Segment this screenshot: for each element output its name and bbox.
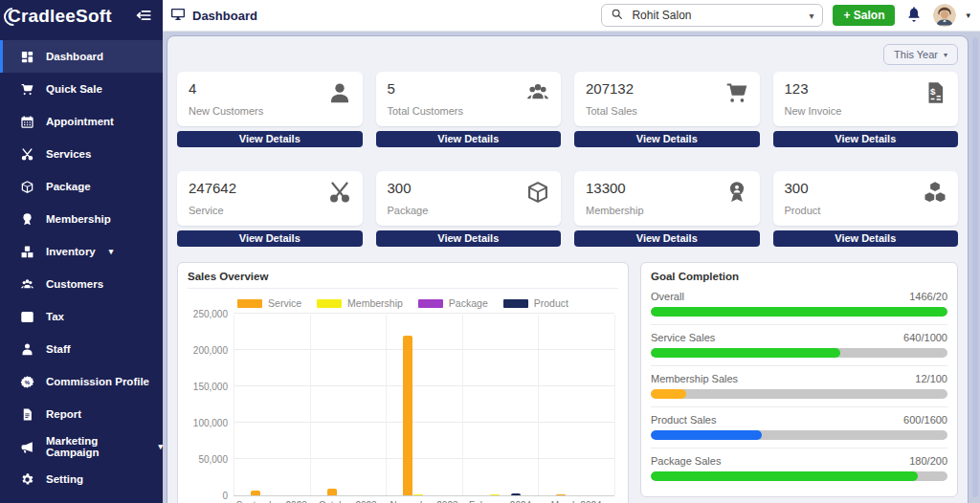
stat-card: 207132Total Sales: [574, 72, 760, 126]
sidebar-item-label: Commission Profile: [46, 376, 149, 387]
user-avatar[interactable]: [933, 4, 956, 27]
sidebar-item-label: Setting: [46, 473, 83, 485]
sidebar-item-label: Membership: [46, 213, 111, 225]
legend-swatch: [418, 299, 443, 308]
sidebar-item-tax[interactable]: Tax: [0, 300, 163, 333]
scissors-icon: [327, 180, 352, 205]
calendar-icon: [20, 115, 34, 129]
chevron-down-icon: ▾: [109, 247, 114, 256]
sidebar-item-label: Dashboard: [46, 51, 103, 62]
megaphone-icon: [20, 440, 34, 454]
sidebar-item-commission-profile[interactable]: %Commission Profile: [0, 365, 163, 398]
sidebar-item-appointment[interactable]: Appointment: [0, 105, 163, 138]
page-title-text: Dashboard: [192, 9, 257, 23]
stat-card: 4New Customers: [177, 72, 363, 126]
y-axis-tick-label: 150,000: [186, 382, 228, 392]
bell-icon[interactable]: [904, 6, 924, 25]
bottom-row: Sales Overview ServiceMembershipPackageP…: [177, 262, 958, 503]
stat-card: 247642Service: [177, 171, 363, 226]
content-panel: This Year ▾ 4New CustomersView Details5T…: [167, 35, 969, 503]
view-details-button[interactable]: View Details: [177, 131, 363, 147]
stat-cards-grid: 4New CustomersView Details5Total Custome…: [177, 72, 958, 247]
staff-icon: [20, 342, 34, 357]
legend-swatch: [503, 299, 528, 308]
sidebar-item-label: Report: [46, 408, 81, 420]
y-axis-tick-label: 200,000: [186, 345, 228, 356]
salon-select[interactable]: Rohit Salon ▾: [601, 4, 823, 27]
goal-value: 600/1600: [903, 414, 947, 426]
stat-label: Service: [189, 205, 351, 216]
stat-label: New Invoice: [785, 105, 947, 117]
sidebar-item-services[interactable]: Services: [0, 138, 163, 170]
legend-label: Product: [534, 297, 568, 309]
view-details-button[interactable]: View Details: [574, 230, 760, 247]
sidebar-item-package[interactable]: Package: [0, 170, 163, 203]
period-dropdown-button[interactable]: This Year ▾: [883, 44, 958, 65]
legend-label: Package: [449, 297, 488, 309]
add-salon-button[interactable]: + Salon: [833, 5, 895, 26]
view-details-button[interactable]: View Details: [177, 230, 363, 247]
goal-progress-track: [651, 307, 947, 317]
stat-card: 5Total Customers: [376, 72, 562, 126]
legend-item-package[interactable]: Package: [418, 297, 488, 309]
box-icon: [20, 180, 34, 194]
avatar-menu-caret[interactable]: ▾: [966, 11, 970, 20]
goal-progress-fill: [651, 430, 762, 440]
sidebar-item-label: Tax: [46, 311, 64, 322]
sidebar: CradleeSoft DashboardQuick SaleAppointme…: [0, 0, 163, 503]
stat-block-service: 247642ServiceView Details: [177, 171, 363, 247]
legend-label: Membership: [347, 297, 403, 309]
stat-card: 300Product: [773, 171, 959, 226]
sales-overview-panel: Sales Overview ServiceMembershipPackageP…: [177, 262, 629, 503]
stat-block-membership: 13300MembershipView Details: [574, 171, 760, 247]
sidebar-header: CradleeSoft: [0, 0, 163, 33]
sidebar-item-customers[interactable]: Customers: [0, 268, 163, 300]
people-icon: [20, 277, 34, 292]
view-details-button[interactable]: View Details: [574, 131, 760, 147]
collapse-sidebar-icon[interactable]: [134, 7, 153, 26]
sidebar-item-membership[interactable]: Membership: [0, 203, 163, 235]
scrollbar[interactable]: [972, 37, 978, 497]
view-details-button[interactable]: View Details: [773, 230, 959, 247]
sidebar-item-quick-sale[interactable]: Quick Sale: [0, 73, 163, 105]
stat-label: Total Sales: [586, 105, 748, 117]
legend-item-service[interactable]: Service: [237, 297, 301, 309]
cart-icon: [724, 80, 749, 105]
chart-category-group: [538, 315, 614, 495]
stat-block-total-customers: 5Total CustomersView Details: [376, 72, 562, 147]
y-axis-tick-label: 50,000: [186, 454, 228, 465]
view-details-button[interactable]: View Details: [376, 230, 562, 247]
sidebar-item-setting[interactable]: Setting: [0, 463, 163, 495]
sidebar-item-staff[interactable]: Staff: [0, 333, 163, 365]
legend-item-membership[interactable]: Membership: [317, 297, 403, 309]
view-details-button[interactable]: View Details: [376, 131, 562, 147]
commission-icon: %: [20, 375, 34, 389]
salon-select-value: Rohit Salon: [632, 9, 800, 22]
sidebar-item-marketing-campaign[interactable]: Marketing Campaign▾: [0, 430, 163, 463]
goal-value: 180/200: [909, 455, 947, 467]
chart-bar-membership: [413, 494, 423, 495]
goal-progress-fill: [651, 307, 947, 317]
sidebar-item-dashboard[interactable]: Dashboard: [0, 40, 163, 73]
stat-card: 300Package: [376, 171, 562, 226]
goal-completion-panel: Goal Completion Overall1466/20Service Sa…: [640, 262, 958, 497]
sidebar-item-label: Quick Sale: [46, 83, 102, 95]
sidebar-item-inventory[interactable]: Inventory▾: [0, 235, 163, 268]
stat-label: Package: [388, 205, 550, 216]
stat-card: 123$New Invoice: [773, 72, 959, 126]
view-details-button[interactable]: View Details: [773, 131, 959, 147]
legend-swatch: [317, 299, 342, 308]
sidebar-item-report[interactable]: Report: [0, 398, 163, 430]
goal-row-package-sales: Package Sales180/200: [651, 448, 947, 489]
dashboard-icon: [20, 50, 34, 64]
topbar: Dashboard Rohit Salon ▾ + Salon ▾: [163, 0, 980, 32]
app-logo: CradleeSoft: [8, 6, 112, 27]
legend-swatch: [237, 299, 262, 308]
stat-card: 13300Membership: [574, 171, 760, 226]
goal-progress-track: [651, 348, 947, 358]
goal-value: 12/100: [915, 373, 947, 384]
sidebar-item-label: Inventory: [46, 246, 96, 257]
chart-category-group: [310, 315, 387, 495]
chart-plot: 050,000100,000150,000200,000250,000: [234, 315, 614, 496]
legend-item-product[interactable]: Product: [503, 297, 568, 309]
